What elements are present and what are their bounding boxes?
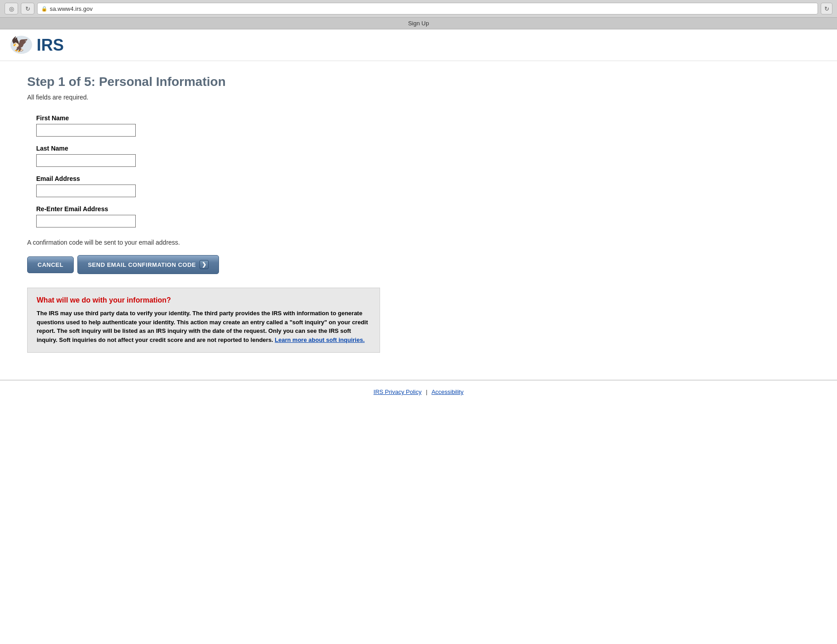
form-section: First Name Last Name Email Address Re-En…	[36, 114, 380, 227]
email-input[interactable]	[36, 185, 136, 197]
accessibility-link[interactable]: Accessibility	[432, 388, 464, 395]
send-confirmation-button[interactable]: SEND EMAIL CONFIRMATION CODE ❯	[77, 255, 219, 274]
last-name-label: Last Name	[36, 145, 380, 152]
info-box-body: The IRS may use third party data to veri…	[37, 309, 371, 344]
info-box-title: What will we do with your information?	[37, 296, 371, 304]
privacy-policy-link[interactable]: IRS Privacy Policy	[374, 388, 422, 395]
refresh-button[interactable]: ↻	[821, 3, 832, 14]
page-footer: IRS Privacy Policy | Accessibility	[0, 380, 837, 403]
lock-icon: 🔒	[41, 6, 48, 12]
url-text: sa.www4.irs.gov	[50, 5, 93, 12]
page-content: 🦅 IRS Step 1 of 5: Personal Information …	[0, 29, 837, 403]
first-name-group: First Name	[36, 114, 380, 137]
tab-title: Sign Up	[408, 20, 429, 27]
send-arrow-icon: ❯	[200, 260, 209, 269]
footer-separator: |	[426, 388, 427, 395]
required-note: All fields are required.	[27, 94, 380, 101]
first-name-input[interactable]	[36, 124, 136, 137]
confirmation-note: A confirmation code will be sent to your…	[27, 239, 380, 246]
irs-logo-text: IRS	[37, 36, 64, 55]
email-label: Email Address	[36, 175, 380, 182]
svg-text:🦅: 🦅	[11, 36, 29, 53]
refresh-icon: ↻	[824, 5, 829, 12]
browser-chrome: ◎ ↻ 🔒 sa.www4.irs.gov ↻	[0, 0, 837, 18]
last-name-input[interactable]	[36, 154, 136, 167]
re-email-input[interactable]	[36, 215, 136, 227]
last-name-group: Last Name	[36, 145, 380, 167]
reload-icon: ↻	[25, 5, 30, 12]
irs-eagle-icon: 🦅	[9, 35, 34, 55]
info-box: What will we do with your information? T…	[27, 288, 380, 353]
first-name-label: First Name	[36, 114, 380, 122]
send-label: SEND EMAIL CONFIRMATION CODE	[88, 261, 196, 268]
main-content: Step 1 of 5: Personal Information All fi…	[0, 61, 407, 380]
address-bar[interactable]: 🔒 sa.www4.irs.gov	[37, 3, 818, 14]
irs-header: 🦅 IRS	[0, 29, 837, 61]
button-row: CANCEL SEND EMAIL CONFIRMATION CODE ❯	[27, 255, 380, 274]
privacy-icon: ◎	[9, 5, 14, 12]
re-email-label: Re-Enter Email Address	[36, 205, 380, 213]
soft-inquiries-link[interactable]: Learn more about soft inquiries.	[275, 336, 365, 343]
cancel-button[interactable]: CANCEL	[27, 256, 74, 273]
tab-bar: Sign Up	[0, 18, 837, 29]
reload-button[interactable]: ↻	[21, 3, 34, 14]
privacy-button[interactable]: ◎	[5, 3, 18, 14]
step-title: Step 1 of 5: Personal Information	[27, 75, 380, 89]
irs-logo: 🦅 IRS	[9, 35, 828, 55]
re-email-group: Re-Enter Email Address	[36, 205, 380, 227]
email-group: Email Address	[36, 175, 380, 197]
